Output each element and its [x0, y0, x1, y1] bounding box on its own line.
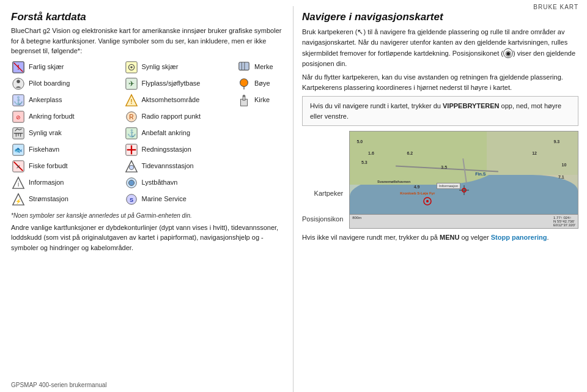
svg-point-4 — [17, 80, 20, 83]
nav-para2: Når du flytter kartpekeren, kan du vise … — [302, 72, 578, 92]
svg-text:⚡: ⚡ — [15, 198, 22, 205]
symbol-label: Farlig skjær — [29, 62, 64, 71]
map-bottom-bar: 800m 1.77↑ 024↑N 55°42.736'E012°37.320' — [350, 214, 578, 228]
list-item: Lystbåthavn — [124, 176, 237, 190]
list-item: Merke — [237, 60, 286, 75]
map-coord-r3: 10 — [562, 163, 567, 167]
position-symbol: ◉ — [503, 48, 513, 58]
symbol-label: Ankerplass — [29, 95, 62, 104]
symbol-label: Redningsstasjon — [142, 145, 191, 153]
fishing-harbor-icon: 🐟 — [11, 142, 26, 157]
symbol-label: Lystbåthavn — [142, 178, 178, 187]
symbol-label: Flyplass/sjøflytbase — [142, 79, 201, 87]
list-item: Pilot boarding — [11, 76, 124, 91]
list-item: ⚡ Strømstasjon — [11, 192, 124, 207]
svg-text:R: R — [129, 113, 133, 120]
radio-icon: R — [124, 109, 139, 124]
map-kronloeb: Kronloeb S·Løje Fyr — [400, 191, 435, 195]
page-section-label: Bruke kart — [533, 4, 578, 10]
footnote-text: *Noen symboler ser kanskje annerledes ut… — [11, 212, 286, 219]
cursor-symbol: ↖ — [357, 28, 363, 36]
svg-point-43 — [240, 78, 248, 86]
menu-label: MENU — [440, 234, 459, 241]
footer-text: GPSMAP 400-serien brukermanual — [11, 382, 107, 388]
marker-icon — [237, 60, 251, 75]
power-icon: ⚡ — [11, 192, 26, 207]
marine-service-icon: S — [124, 192, 139, 207]
svg-text:⊘: ⊘ — [16, 114, 21, 120]
rock-icon — [124, 60, 139, 75]
symbol-label: Pilot boarding — [29, 79, 70, 87]
svg-point-35 — [129, 165, 133, 169]
svg-text:S: S — [129, 196, 133, 202]
symbol-label: Synlig vrak — [29, 128, 62, 137]
svg-text:✕: ✕ — [16, 163, 21, 169]
map-position-marker — [423, 197, 432, 207]
wreck-icon — [11, 126, 26, 141]
list-item: ! Aktsomhetsområde — [124, 93, 237, 108]
tide-icon — [124, 159, 139, 174]
vippebryter-label: VIPPEBRYTEREN — [443, 102, 500, 109]
symbol-label: Kirke — [254, 95, 270, 104]
bottom-text: Hvis ikke vil navigere rundt mer, trykke… — [302, 232, 578, 243]
map-labels: Kartpeker Posisjonsikon — [302, 131, 343, 229]
map-7-1: 7.1 — [558, 175, 564, 179]
svg-text:⚓: ⚓ — [127, 128, 136, 137]
symbol-label: Anbefalt ankring — [142, 128, 191, 137]
pilot-icon — [11, 76, 26, 91]
svg-point-22 — [130, 66, 133, 68]
symbol-label: Fiskehavn — [29, 145, 59, 153]
map-coords: 1.77↑ 024↑N 55°42.736'E012°37.320' — [553, 216, 575, 227]
buoy-icon — [237, 76, 251, 91]
map-3-5: 3.5 — [441, 165, 447, 169]
svg-text:✈: ✈ — [128, 79, 135, 87]
map-place1: Svanemøllehavnen — [377, 180, 410, 183]
map-coord-m2: 6.2 — [407, 151, 413, 155]
list-item: ✈ Flyplass/sjøflytbase — [124, 76, 237, 91]
highlight-box: Hvis du vil navigere rundt i kartet, try… — [302, 96, 578, 126]
svg-point-53 — [426, 200, 429, 202]
nav-para1: Bruk kartpekeren (↖) til å navigere fra … — [302, 26, 578, 68]
symbol-label: Merke — [254, 62, 273, 71]
svg-text:i: i — [18, 181, 19, 188]
symbol-label: Radio rapport punkt — [142, 112, 201, 120]
list-item: Redningsstasjon — [124, 142, 237, 157]
caution-icon: ! — [124, 93, 139, 108]
danger-icon: ! — [11, 60, 26, 75]
map-4-9: 4.9 — [414, 185, 420, 189]
rescue-icon — [124, 142, 139, 157]
list-item: ⊘ Ankring forbudt — [11, 109, 124, 124]
svg-text:🐟: 🐟 — [14, 145, 23, 153]
list-item: ✕ Fiske forbudt — [11, 159, 124, 174]
list-item: Bøye — [237, 76, 286, 91]
map-coord-r2: 12 — [532, 151, 537, 155]
symbol-label: Bøye — [254, 79, 270, 87]
list-item: ⚓ Anbefalt ankring — [124, 126, 237, 141]
posisjonsikon-label: Posisjonsikon — [302, 215, 343, 223]
symbol-label: Synlig skjær — [142, 62, 179, 71]
symbols-table: ! Farlig skjær Pilot boarding — [11, 60, 286, 209]
list-item: i Informasjon — [11, 176, 124, 190]
symbols-col3: Merke Bøye — [237, 60, 286, 209]
svg-text:⚓: ⚓ — [13, 95, 24, 105]
no-fish-icon: ✕ — [11, 159, 26, 174]
map-info-label: Informasjon — [437, 183, 460, 189]
map-coord-l3: 5.3 — [361, 160, 367, 165]
kartpeker-label: Kartpeker — [302, 190, 343, 197]
svg-text:!: ! — [130, 98, 132, 105]
body-text: Andre vanlige kartfunksjoner er dybdekon… — [11, 223, 286, 253]
info-icon: i — [11, 176, 26, 190]
right-column: Navigere i navigasjonskartet Bruk kartpe… — [294, 6, 587, 392]
anchor-icon: ⚓ — [11, 93, 26, 108]
airport-icon: ✈ — [124, 76, 139, 91]
left-column: Forstå kartdata BlueChart g2 Vision og e… — [0, 6, 294, 392]
list-item: Tidevannsstasjon — [124, 159, 237, 174]
symbol-label: Informasjon — [29, 178, 64, 187]
rec-anchor-icon: ⚓ — [124, 126, 139, 141]
symbol-label: Aktsomhetsområde — [142, 95, 200, 104]
svg-point-37 — [128, 180, 134, 185]
map-scale: 800m — [352, 216, 361, 227]
map-area: Kartpeker Posisjonsikon 5.0 9.3 1.6 — [302, 131, 578, 229]
symbol-label: Strømstasjon — [29, 194, 68, 203]
map-image: 5.0 9.3 1.6 6.2 12 5.3 10 Fin.S 3.5 7.1 … — [349, 131, 578, 229]
